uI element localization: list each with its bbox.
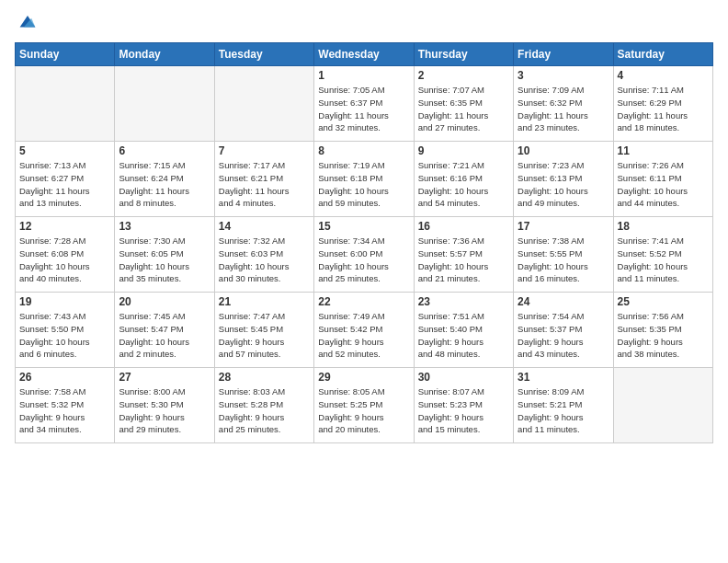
day-info: Sunrise: 8:03 AM Sunset: 5:28 PM Dayligh… [219,385,310,436]
day-cell: 23Sunrise: 7:51 AM Sunset: 5:40 PM Dayli… [414,293,513,368]
day-info: Sunrise: 7:34 AM Sunset: 6:00 PM Dayligh… [318,235,409,285]
logo [15,9,44,35]
day-info: Sunrise: 7:41 AM Sunset: 5:52 PM Dayligh… [618,235,709,285]
day-cell: 14Sunrise: 7:32 AM Sunset: 6:03 PM Dayli… [214,217,313,293]
day-number: 18 [618,220,709,233]
day-number: 26 [19,371,110,384]
day-number: 19 [19,295,110,308]
day-info: Sunrise: 8:05 AM Sunset: 5:25 PM Dayligh… [318,385,409,436]
day-cell [214,66,313,142]
week-row-3: 19Sunrise: 7:43 AM Sunset: 5:50 PM Dayli… [16,293,713,368]
day-number: 29 [318,371,409,384]
weekday-header-friday: Friday [514,43,613,66]
day-cell: 17Sunrise: 7:38 AM Sunset: 5:55 PM Dayli… [514,217,613,293]
day-number: 20 [119,295,210,308]
day-info: Sunrise: 7:49 AM Sunset: 5:42 PM Dayligh… [318,310,409,361]
day-cell: 13Sunrise: 7:30 AM Sunset: 6:05 PM Dayli… [115,217,214,293]
weekday-header-tuesday: Tuesday [214,43,313,66]
day-cell: 11Sunrise: 7:26 AM Sunset: 6:11 PM Dayli… [613,142,712,217]
day-cell: 6Sunrise: 7:15 AM Sunset: 6:24 PM Daylig… [115,142,214,217]
day-number: 12 [19,220,110,233]
day-cell: 16Sunrise: 7:36 AM Sunset: 5:57 PM Dayli… [414,217,513,293]
day-cell: 2Sunrise: 7:07 AM Sunset: 6:35 PM Daylig… [414,66,513,142]
weekday-header-saturday: Saturday [613,43,712,66]
day-info: Sunrise: 7:45 AM Sunset: 5:47 PM Dayligh… [119,310,210,361]
day-info: Sunrise: 8:09 AM Sunset: 5:21 PM Dayligh… [518,385,609,436]
day-cell: 18Sunrise: 7:41 AM Sunset: 5:52 PM Dayli… [613,217,712,293]
day-cell: 28Sunrise: 8:03 AM Sunset: 5:28 PM Dayli… [214,368,313,443]
day-cell: 29Sunrise: 8:05 AM Sunset: 5:25 PM Dayli… [314,368,414,443]
day-info: Sunrise: 7:11 AM Sunset: 6:29 PM Dayligh… [618,84,709,134]
day-info: Sunrise: 7:15 AM Sunset: 6:24 PM Dayligh… [119,159,210,210]
day-cell: 19Sunrise: 7:43 AM Sunset: 5:50 PM Dayli… [16,293,115,368]
day-info: Sunrise: 7:32 AM Sunset: 6:03 PM Dayligh… [219,235,310,285]
day-info: Sunrise: 7:07 AM Sunset: 6:35 PM Dayligh… [418,84,509,134]
day-cell: 12Sunrise: 7:28 AM Sunset: 6:08 PM Dayli… [16,217,115,293]
day-cell: 20Sunrise: 7:45 AM Sunset: 5:47 PM Dayli… [115,293,214,368]
calendar-table: SundayMondayTuesdayWednesdayThursdayFrid… [15,42,713,443]
day-info: Sunrise: 7:21 AM Sunset: 6:16 PM Dayligh… [418,159,509,210]
day-number: 25 [618,295,709,308]
weekday-header-wednesday: Wednesday [314,43,414,66]
day-number: 14 [219,220,310,233]
day-cell: 7Sunrise: 7:17 AM Sunset: 6:21 PM Daylig… [214,142,313,217]
day-cell: 1Sunrise: 7:05 AM Sunset: 6:37 PM Daylig… [314,66,414,142]
day-number: 5 [19,144,110,157]
weekday-header-monday: Monday [115,43,214,66]
weekday-header-thursday: Thursday [414,43,513,66]
day-cell: 24Sunrise: 7:54 AM Sunset: 5:37 PM Dayli… [514,293,613,368]
day-info: Sunrise: 7:28 AM Sunset: 6:08 PM Dayligh… [19,235,110,285]
day-info: Sunrise: 8:07 AM Sunset: 5:23 PM Dayligh… [418,385,509,436]
day-cell: 9Sunrise: 7:21 AM Sunset: 6:16 PM Daylig… [414,142,513,217]
day-number: 23 [418,295,509,308]
day-number: 28 [219,371,310,384]
day-cell: 25Sunrise: 7:56 AM Sunset: 5:35 PM Dayli… [613,293,712,368]
day-number: 11 [618,144,709,157]
day-info: Sunrise: 7:43 AM Sunset: 5:50 PM Dayligh… [19,310,110,361]
weekday-header-sunday: Sunday [16,43,115,66]
page: SundayMondayTuesdayWednesdayThursdayFrid… [0,0,728,563]
day-number: 15 [318,220,409,233]
day-info: Sunrise: 8:00 AM Sunset: 5:30 PM Dayligh… [119,385,210,436]
day-cell: 4Sunrise: 7:11 AM Sunset: 6:29 PM Daylig… [613,66,712,142]
logo-icon [15,9,40,35]
day-number: 8 [318,144,409,157]
day-number: 24 [518,295,609,308]
header [15,9,713,35]
week-row-1: 5Sunrise: 7:13 AM Sunset: 6:27 PM Daylig… [16,142,713,217]
day-cell: 30Sunrise: 8:07 AM Sunset: 5:23 PM Dayli… [414,368,513,443]
day-cell: 15Sunrise: 7:34 AM Sunset: 6:00 PM Dayli… [314,217,414,293]
week-row-4: 26Sunrise: 7:58 AM Sunset: 5:32 PM Dayli… [16,368,713,443]
day-cell: 21Sunrise: 7:47 AM Sunset: 5:45 PM Dayli… [214,293,313,368]
day-cell: 31Sunrise: 8:09 AM Sunset: 5:21 PM Dayli… [514,368,613,443]
day-number: 13 [119,220,210,233]
day-cell: 8Sunrise: 7:19 AM Sunset: 6:18 PM Daylig… [314,142,414,217]
week-row-0: 1Sunrise: 7:05 AM Sunset: 6:37 PM Daylig… [16,66,713,142]
day-number: 4 [618,69,709,82]
day-info: Sunrise: 7:19 AM Sunset: 6:18 PM Dayligh… [318,159,409,210]
day-number: 1 [318,69,409,82]
day-info: Sunrise: 7:23 AM Sunset: 6:13 PM Dayligh… [518,159,609,210]
day-info: Sunrise: 7:05 AM Sunset: 6:37 PM Dayligh… [318,84,409,134]
day-info: Sunrise: 7:09 AM Sunset: 6:32 PM Dayligh… [518,84,609,134]
day-info: Sunrise: 7:51 AM Sunset: 5:40 PM Dayligh… [418,310,509,361]
day-cell: 22Sunrise: 7:49 AM Sunset: 5:42 PM Dayli… [314,293,414,368]
day-number: 16 [418,220,509,233]
day-cell [613,368,712,443]
day-number: 27 [119,371,210,384]
day-number: 21 [219,295,310,308]
day-info: Sunrise: 7:47 AM Sunset: 5:45 PM Dayligh… [219,310,310,361]
day-info: Sunrise: 7:58 AM Sunset: 5:32 PM Dayligh… [19,385,110,436]
weekday-header-row: SundayMondayTuesdayWednesdayThursdayFrid… [16,43,713,66]
day-cell [16,66,115,142]
week-row-2: 12Sunrise: 7:28 AM Sunset: 6:08 PM Dayli… [16,217,713,293]
day-cell: 10Sunrise: 7:23 AM Sunset: 6:13 PM Dayli… [514,142,613,217]
day-info: Sunrise: 7:54 AM Sunset: 5:37 PM Dayligh… [518,310,609,361]
day-number: 10 [518,144,609,157]
day-number: 2 [418,69,509,82]
day-info: Sunrise: 7:30 AM Sunset: 6:05 PM Dayligh… [119,235,210,285]
day-cell: 3Sunrise: 7:09 AM Sunset: 6:32 PM Daylig… [514,66,613,142]
day-number: 30 [418,371,509,384]
day-number: 22 [318,295,409,308]
day-info: Sunrise: 7:36 AM Sunset: 5:57 PM Dayligh… [418,235,509,285]
